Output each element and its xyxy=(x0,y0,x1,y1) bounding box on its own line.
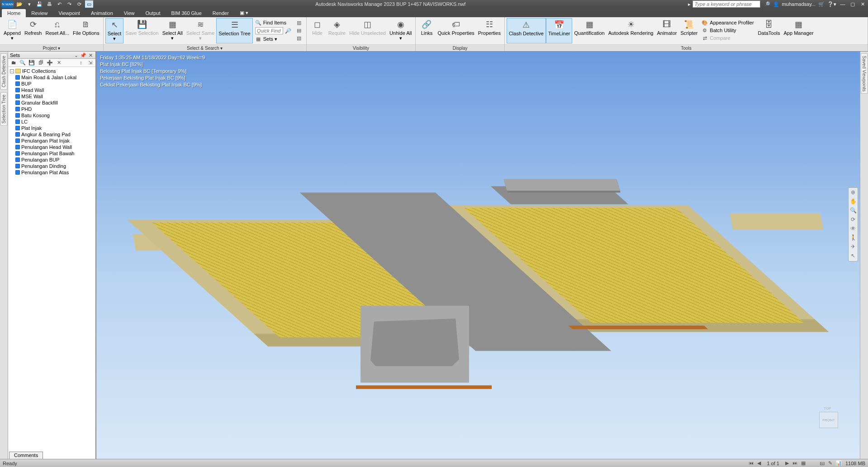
sheet-next-icon[interactable]: ▶ xyxy=(783,460,791,467)
status-drive-icon[interactable]: 🖴 xyxy=(819,460,826,467)
animator-button[interactable]: 🎞Animator xyxy=(655,18,678,43)
tab-output[interactable]: Output xyxy=(140,9,166,17)
file-options-button[interactable]: 🗎File Options xyxy=(71,18,101,43)
open-icon[interactable]: 📂 xyxy=(15,0,24,8)
tree-item[interactable]: Penulangan Plat Injak xyxy=(9,138,95,144)
tab-review[interactable]: Review xyxy=(26,9,53,17)
tree-item[interactable]: Main Road & Jalan Lokal xyxy=(9,74,95,81)
sets-sort-icon[interactable]: ↕ xyxy=(77,60,85,66)
viewport-3d[interactable]: Friday 1:35:25 AM 11/18/2022 Day=62 Week… xyxy=(96,52,860,459)
undo-icon[interactable]: ↶ xyxy=(55,0,63,8)
cart-icon[interactable]: 🛒 xyxy=(818,1,825,7)
nav-zoom-icon[interactable]: 🔍 xyxy=(849,207,857,214)
tree-item[interactable]: Head Wall xyxy=(9,87,95,93)
quick-find-go-icon[interactable]: 🔎 xyxy=(285,28,291,34)
tree-item[interactable]: BUP xyxy=(9,81,95,87)
autodesk-rendering-button[interactable]: ☀Autodesk Rendering xyxy=(607,18,655,43)
select-extra1[interactable]: ▥ xyxy=(294,19,304,26)
nav-pan-icon[interactable]: ✋ xyxy=(849,198,857,205)
view-cube[interactable]: TOP FRONT xyxy=(810,407,846,439)
properties-button[interactable]: ☷Properties xyxy=(476,18,503,43)
sets-tree[interactable]: −IFC Collections Main Road & Jalan Lokal… xyxy=(8,67,95,459)
tree-item[interactable]: Penulangan Dinding xyxy=(9,163,95,169)
tab-render[interactable]: Render xyxy=(207,9,234,17)
print-icon[interactable]: 🖶 xyxy=(45,0,53,8)
select-extra3[interactable]: ▧ xyxy=(294,34,304,42)
app-manager-button[interactable]: ▦App Manager xyxy=(782,18,816,43)
clash-detective-button[interactable]: ⚠Clash Detective xyxy=(507,18,546,43)
nav-select-icon[interactable]: ↖ xyxy=(849,253,857,260)
ribbon-expand-icon[interactable]: ▣ ▾ xyxy=(237,9,251,17)
tree-item[interactable]: MSE Wall xyxy=(9,93,95,100)
nav-fly-icon[interactable]: ✈ xyxy=(849,243,857,251)
tab-home[interactable]: Home xyxy=(2,9,26,17)
tree-item[interactable]: PHD xyxy=(9,106,95,112)
datatools-button[interactable]: 🗄DataTools xyxy=(756,18,782,43)
sets-import-icon[interactable]: ⇲ xyxy=(86,60,94,66)
tree-item[interactable]: Penulangan BUP xyxy=(9,157,95,163)
timeliner-button[interactable]: 📅TimeLiner xyxy=(546,18,573,43)
panel-select-title[interactable]: Select & Search ▾ xyxy=(104,44,306,51)
tree-item[interactable]: Penulangan Plat Bawah xyxy=(9,150,95,157)
status-perf-icon[interactable]: 📊 xyxy=(835,460,842,467)
tab-animation[interactable]: Animation xyxy=(85,9,119,17)
sheet-first-icon[interactable]: ⏮ xyxy=(747,460,754,467)
sets-close-icon[interactable]: ✕ xyxy=(87,52,94,58)
open-drop-icon[interactable]: ▾ xyxy=(25,0,33,8)
rail-saved-viewpoints[interactable]: Saved Viewpoints xyxy=(861,53,868,94)
tree-item[interactable]: Penulangan Plat Atas xyxy=(9,169,95,176)
sets-add-icon[interactable]: ➕ xyxy=(46,60,53,66)
sheet-last-icon[interactable]: ⏭ xyxy=(792,460,799,467)
collapse-icon[interactable]: − xyxy=(10,69,14,73)
unhide-all-button[interactable]: ◉Unhide All▾ xyxy=(388,18,414,43)
quantification-button[interactable]: ▦Quantification xyxy=(572,18,606,43)
app-menu-icon[interactable]: N MAN xyxy=(2,0,14,8)
refresh-button[interactable]: ⟳Refresh xyxy=(23,18,44,43)
reset-all-button[interactable]: ⎌Reset All... xyxy=(43,18,71,43)
search-chevron-icon[interactable]: ▸ xyxy=(688,1,691,7)
sets-pin-icon[interactable]: 📌 xyxy=(80,52,86,58)
tab-view[interactable]: View xyxy=(119,9,140,17)
sets-new-search-icon[interactable]: 🔍 xyxy=(19,60,26,66)
minimize-icon[interactable]: — xyxy=(839,1,846,7)
sets-dropdown[interactable]: ▦Sets ▾ xyxy=(254,35,293,43)
tree-root[interactable]: −IFC Collections xyxy=(9,68,95,74)
nav-look-icon[interactable]: 👁 xyxy=(849,225,857,233)
links-button[interactable]: 🔗Links xyxy=(417,18,436,43)
binoculars-icon[interactable]: 🔎 xyxy=(764,1,770,7)
batch-utility-button[interactable]: ⚙Batch Utility xyxy=(700,27,755,34)
rail-clash-detective[interactable]: Clash Detective xyxy=(0,53,7,90)
tab-viewpoint[interactable]: Viewpoint xyxy=(53,9,85,17)
quick-properties-button[interactable]: 🏷Quick Properties xyxy=(436,18,476,43)
sets-options-icon[interactable]: ⌄ xyxy=(73,52,79,58)
appearance-profiler-button[interactable]: 🎨Appearance Profiler xyxy=(700,19,755,26)
restore-icon[interactable]: ▢ xyxy=(849,1,856,7)
tree-item[interactable]: Angkur & Bearing Pad xyxy=(9,131,95,138)
tree-item[interactable]: Penulangan Head Wall xyxy=(9,144,95,150)
select-all-button[interactable]: ▦Select All▾ xyxy=(161,18,185,43)
close-icon[interactable]: ✕ xyxy=(859,1,866,7)
panel-project-title[interactable]: Project ▾ xyxy=(0,44,103,51)
tree-item[interactable]: Granular Backfill xyxy=(9,100,95,106)
sheet-prev-icon[interactable]: ◀ xyxy=(755,460,763,467)
tree-item[interactable]: Plat Injak xyxy=(9,125,95,131)
help-icon[interactable]: ❔▾ xyxy=(827,1,836,7)
keyword-search-input[interactable] xyxy=(693,0,760,8)
select-mode-icon[interactable]: ▭ xyxy=(85,0,93,8)
sets-new-folder-icon[interactable]: 🖿 xyxy=(10,60,17,66)
select-button[interactable]: ↖Select▾ xyxy=(105,18,124,43)
cube-face-front[interactable]: FRONT xyxy=(819,412,838,428)
find-items-button[interactable]: 🔍Find Items xyxy=(254,19,293,26)
rail-selection-tree[interactable]: Selection Tree xyxy=(0,92,7,126)
nav-orbit-icon[interactable]: ⟳ xyxy=(849,216,857,224)
selection-tree-button[interactable]: ☰Selection Tree xyxy=(216,18,252,43)
comments-tab[interactable]: Comments xyxy=(9,452,43,459)
sets-save-icon[interactable]: 💾 xyxy=(28,60,35,66)
append-button[interactable]: 📄Append▾ xyxy=(2,18,23,43)
tab-bim360[interactable]: BIM 360 Glue xyxy=(166,9,207,17)
tree-item[interactable]: Batu Kosong xyxy=(9,112,95,119)
sheet-browser-icon[interactable]: ▦ xyxy=(800,460,807,467)
select-extra2[interactable]: ▤ xyxy=(294,27,304,34)
status-pencil-icon[interactable]: ✎ xyxy=(827,460,834,467)
sets-dup-icon[interactable]: 🗐 xyxy=(37,60,44,66)
